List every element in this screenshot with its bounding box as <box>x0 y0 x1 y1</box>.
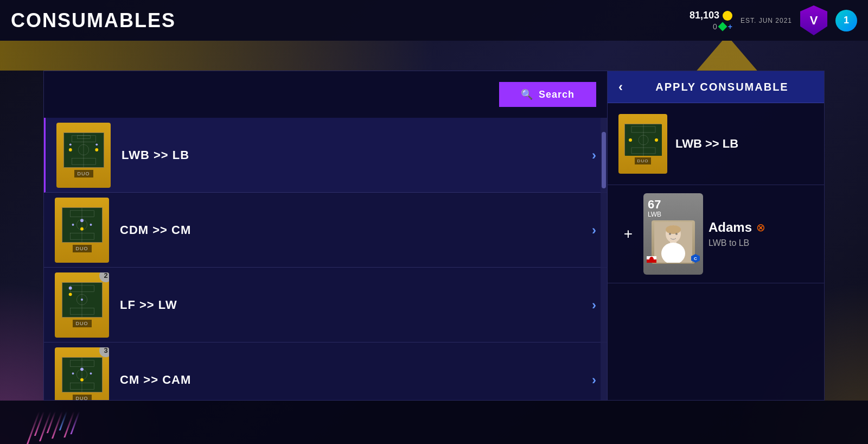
player-rating: 67 <box>648 198 661 212</box>
page-title: CONSUMABLES <box>11 9 176 32</box>
svg-point-16 <box>80 219 84 222</box>
apply-consumable-title: APPLY CONSUMABLE <box>631 81 813 93</box>
search-icon: 🔍 <box>521 88 533 100</box>
top-right-section: 81,103 0 + EST. JUN 2021 V 1 <box>690 5 857 35</box>
scroll-thumb <box>602 132 606 188</box>
player-card-display: 67 LWB <box>643 193 703 275</box>
svg-point-7 <box>95 148 98 151</box>
right-consumable-name: LWB >> LB <box>675 137 738 151</box>
svg-point-35 <box>90 372 92 375</box>
svg-point-24 <box>68 293 72 296</box>
blue-plus-icon: + <box>728 22 732 31</box>
chevron-right-icon-2: › <box>592 297 596 313</box>
consumable-name-1: CDM >> CM <box>120 223 592 237</box>
search-button[interactable]: 🔍 Search <box>499 82 596 107</box>
coins-row: 81,103 <box>690 10 732 21</box>
svg-point-34 <box>72 372 74 375</box>
card-label: DUO <box>74 170 93 177</box>
svg-point-41 <box>629 138 632 142</box>
player-name-row: Adams ⊗ <box>709 220 813 235</box>
currency-info: 81,103 0 + <box>690 10 732 31</box>
svg-rect-27 <box>62 358 102 392</box>
bottom-decoration <box>0 401 868 444</box>
svg-point-18 <box>90 224 92 226</box>
card-thumbnail-inner-3: 2 <box>55 272 109 338</box>
card-field-diagram-2 <box>62 207 103 243</box>
right-card-field <box>624 124 661 155</box>
points-amount: 0 <box>713 22 717 31</box>
svg-point-48 <box>669 233 671 235</box>
svg-point-47 <box>666 225 681 234</box>
scrollbar[interactable] <box>601 118 607 400</box>
svg-point-6 <box>68 148 72 151</box>
player-flag <box>647 256 656 263</box>
main-content: 🔍 Search <box>43 71 825 401</box>
plus-button[interactable]: + <box>618 224 638 244</box>
badge-count-3: 2 <box>99 272 109 282</box>
svg-point-25 <box>68 287 72 290</box>
svg-point-33 <box>80 367 84 371</box>
club-level-badge: 1 <box>835 10 857 31</box>
card-thumbnail-inner: DUO <box>56 123 111 188</box>
consumable-item-lf-lw[interactable]: 2 <box>44 268 607 342</box>
player-name: Adams <box>709 220 752 235</box>
yellow-triangle <box>694 41 760 71</box>
player-apply-section: + 67 LWB <box>608 185 824 283</box>
deco-lines <box>33 411 76 444</box>
consumable-name-0: LWB >> LB <box>122 148 592 162</box>
player-image <box>652 220 695 264</box>
card-thumbnail-inner-4: 3 <box>55 347 109 401</box>
svg-point-49 <box>675 233 678 235</box>
svg-text:C: C <box>694 256 697 261</box>
green-diamond-icon <box>718 22 727 31</box>
search-bar-container: 🔍 Search <box>44 71 607 118</box>
shield-letter: V <box>810 14 818 28</box>
player-club-badge: C <box>691 254 700 263</box>
card-label-3: DUO <box>73 320 92 327</box>
svg-point-8 <box>69 143 71 145</box>
orange-x-icon: ⊗ <box>756 221 765 234</box>
left-panel: 🔍 Search <box>43 71 608 401</box>
svg-point-17 <box>72 224 74 226</box>
search-label: Search <box>539 89 575 100</box>
card-field-diagram-4 <box>62 357 103 392</box>
svg-point-42 <box>655 138 658 142</box>
back-arrow-button[interactable]: ‹ <box>618 79 623 94</box>
svg-point-26 <box>81 299 83 301</box>
consumables-list: DUO LWB >> LB › <box>44 118 607 400</box>
svg-point-32 <box>80 378 84 382</box>
chevron-right-icon-1: › <box>592 223 596 238</box>
card-thumbnail-lwb-lb: DUO <box>56 123 111 188</box>
card-field-diagram <box>63 132 104 168</box>
consumable-item-cm-cam[interactable]: 3 <box>44 342 607 400</box>
consumable-name-3: CM >> CAM <box>120 373 592 387</box>
top-bar: CONSUMABLES 81,103 0 + EST. JUN 2021 V 1 <box>0 0 868 41</box>
right-header: ‹ APPLY CONSUMABLE <box>608 71 824 103</box>
card-label-2: DUO <box>73 245 92 252</box>
card-thumbnail-cdm-cm: DUO <box>55 198 109 263</box>
svg-rect-10 <box>62 208 102 242</box>
coin-icon <box>723 11 732 21</box>
plus-symbol: + <box>624 225 633 243</box>
top-decoration <box>0 41 868 71</box>
chevron-right-icon-3: › <box>592 372 596 388</box>
player-info: Adams ⊗ LWB to LB <box>709 220 813 248</box>
est-badge: EST. JUN 2021 <box>741 17 792 24</box>
badge-count-4: 3 <box>99 347 109 357</box>
player-position: LWB <box>648 211 661 218</box>
card-thumbnail-lf-lw: 2 <box>55 272 109 338</box>
chevron-right-icon-0: › <box>592 148 596 163</box>
card-thumbnail-inner-2: DUO <box>55 198 109 263</box>
coin-amount: 81,103 <box>690 10 719 21</box>
shield-icon: V <box>800 5 827 35</box>
points-row: 0 + <box>713 22 732 31</box>
card-thumbnail-cm-cam: 3 <box>55 347 109 401</box>
right-card-thumbnail: DUO <box>618 114 667 174</box>
right-panel: ‹ APPLY CONSUMABLE DUO <box>608 71 825 401</box>
consumable-item-cdm-cm[interactable]: DUO CDM >> CM › <box>44 193 607 268</box>
svg-point-15 <box>80 227 84 231</box>
consumable-item-lwb-lb[interactable]: DUO LWB >> LB › <box>44 118 607 193</box>
svg-point-52 <box>649 257 654 262</box>
right-consumable-preview: DUO LWB >> LB <box>608 103 824 185</box>
consumable-name-2: LF >> LW <box>120 298 592 312</box>
